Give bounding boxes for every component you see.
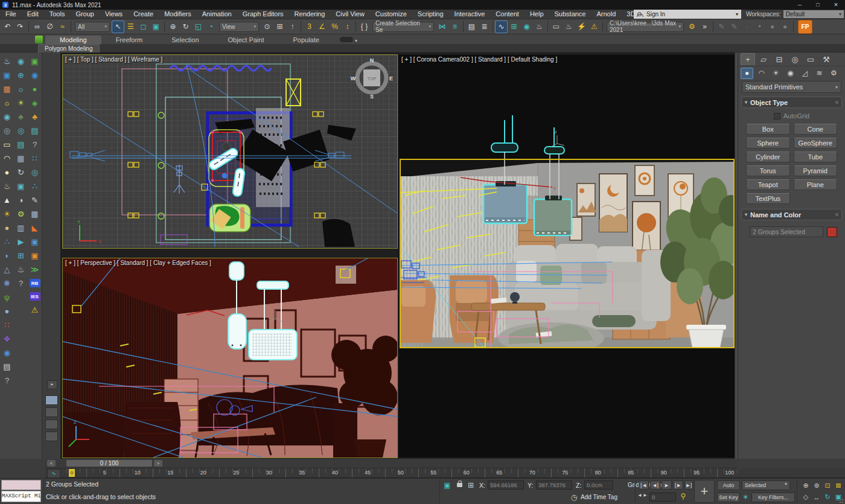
z-coordinate-field[interactable]: 0.0cm [584,480,613,490]
spinner-snap-button[interactable]: ↕ [341,21,354,33]
palette-icon[interactable]: ❖ [1,332,14,346]
keyboard-override-button[interactable]: ↑ [286,21,299,33]
modify-tab[interactable]: ▱ [756,53,771,65]
projector-camera-icon[interactable]: ◎ [1,124,14,138]
slope-orange-icon[interactable]: ◣ [28,221,42,235]
layout-expander-button[interactable]: ► [47,380,57,389]
corona-teapot-icon[interactable]: ♨ [1,54,14,68]
menu-item[interactable]: Tools [44,10,71,19]
viewport-perspective[interactable]: [ + ] [ Perspective ] [ Standard ] [ Cla… [62,258,398,458]
time-slider-next-button[interactable]: > [154,460,162,467]
sun-light-icon[interactable]: ☀ [1,207,14,221]
zoom-icon[interactable]: ⊕ [800,480,811,491]
time-slider-prev-button[interactable]: < [47,460,56,467]
project-folder-dropdown[interactable]: C:\Users\kree...\3ds Max 2021▾ [607,22,684,32]
angle-snap-button[interactable]: ∠ [316,21,328,33]
fp-plugin-button[interactable]: FP [798,20,812,34]
create-tab[interactable]: + [741,53,755,65]
scatter-2-icon[interactable]: ∴ [28,179,42,193]
next-frame-button[interactable]: |► [673,480,683,490]
ribbon-tab-selection[interactable]: Selection [157,36,213,44]
menu-item[interactable]: Content [490,10,525,19]
quad-view-icon[interactable]: ⊞ [14,249,28,263]
corona-frame-buffer-icon[interactable]: ▣ [1,68,14,82]
selection-filter-dropdown[interactable]: All▾ [75,22,110,32]
object-type-button[interactable]: GeoSphere [794,138,838,148]
schematic-view-button[interactable]: ⊞ [508,21,520,33]
set-key-button[interactable]: Set Key [717,493,740,502]
viewport-perspective-label[interactable]: [ + ] [ Perspective ] [ Standard ] [ Cla… [65,260,211,266]
key-filters-button[interactable]: Key Filters... [751,493,795,502]
teapot-object-icon[interactable]: ♨ [1,179,14,193]
maxscript-mini-listener-input[interactable]: MAXScript Mi [1,491,41,502]
object-type-button[interactable]: Tube [794,152,838,162]
rendered-image-icon[interactable]: ▦ [1,82,14,96]
named-selection-sets-button[interactable]: { } [358,21,371,33]
object-type-button[interactable]: Box [746,124,790,135]
previous-frame-button[interactable]: ◄| [650,480,660,490]
object-type-button[interactable]: Cylinder [746,152,790,162]
zoom-all-icon[interactable]: ⊛ [811,480,822,491]
x-coordinate-field[interactable]: 594.66186 [488,480,524,490]
current-frame-field[interactable]: 0 [649,493,676,502]
undo-icon[interactable]: ↶ [1,21,14,33]
select-material-icon[interactable]: ◉ [1,346,14,360]
select-scale-button[interactable]: ◱ [192,21,205,33]
viewport-layout-tab-1[interactable] [45,395,58,405]
viewport-camera[interactable]: [ + ] [ Corona Camera002 ] [ Standard ] … [398,54,735,457]
menu-item[interactable]: Arnold [591,10,621,19]
isolate-selection-icon[interactable]: ▣ [442,481,452,490]
layer-manager-button[interactable]: ▤ [465,21,478,33]
rendered-frame-window-button[interactable]: ▭ [550,21,563,33]
ies-icon[interactable]: IES [30,292,40,301]
triangle-helper-icon[interactable]: △ [1,263,14,276]
help-2-icon[interactable]: ? [28,138,42,152]
menu-item[interactable]: Animation [197,10,237,19]
zoom-extents-icon[interactable]: ⊡ [822,480,833,491]
bulb-gear-icon[interactable]: ⚙ [14,207,28,221]
window-crossing-button[interactable]: ▣ [150,21,162,33]
time-tag-icon[interactable]: ◷ [570,493,578,502]
sign-in-button[interactable]: Sign In ▾ [634,10,741,19]
hierarchy-tab[interactable]: ⊟ [772,53,786,65]
camera-pair-icon[interactable]: ◉ [14,54,28,68]
viewport-layout-tab-4[interactable] [45,432,58,441]
render-iterative-button[interactable]: ⚡ [575,21,588,33]
help-circle-icon[interactable]: ? [14,276,28,290]
key-mode-toggle-icon[interactable]: ⚲ [678,492,688,500]
clipboard-icon[interactable]: ▤ [1,360,14,374]
pan-icon[interactable]: ↔ [811,491,822,503]
shapes-category-icon[interactable]: ◠ [755,68,768,79]
bind-spacewarp-icon[interactable]: ≈ [56,21,69,33]
field-of-view-icon[interactable]: ◇ [800,491,811,503]
zoom-extents-all-icon[interactable]: ⊠ [833,480,844,491]
object-type-header[interactable]: ▾ Object Type [741,97,842,108]
reference-coordinate-dropdown[interactable]: View▾ [219,22,259,32]
motion-tab[interactable]: ◎ [788,53,802,65]
corona-sync-icon[interactable]: ◉ [28,68,42,82]
sphere-object-icon[interactable]: ● [1,221,14,235]
menu-item[interactable]: Edit [22,10,44,19]
go-to-start-button[interactable]: |◄ [639,480,649,490]
object-type-button[interactable]: Torus [746,165,790,176]
geometry-category-icon[interactable]: ● [741,68,753,79]
object-type-button[interactable]: Plane [794,179,838,190]
select-object-button[interactable]: ↖ [112,21,124,33]
pine-tree-icon[interactable]: ♣ [14,110,28,124]
light-bulb-icon[interactable]: ☼ [14,82,28,96]
viewport-camera-label[interactable]: [ + ] [ Corona Camera002 ] [ Standard ] … [401,56,557,63]
mini-curve-editor-icon[interactable]: ∿ [47,469,60,478]
utilities-tab[interactable]: ⚒ [819,53,834,65]
set-key-mode-icon[interactable]: ∗ [741,493,750,501]
resize-grip[interactable] [839,499,844,503]
selection-lock-icon[interactable] [457,483,462,487]
menu-item[interactable]: Rendering [289,10,331,19]
material-editor-button[interactable]: ◉ [520,21,533,33]
mask-icon[interactable]: ◑ [14,193,28,207]
menu-item[interactable]: Substance [549,10,592,19]
ribbon-minimize-icon[interactable] [340,37,353,42]
rectangular-selection-region-button[interactable]: ◻ [137,21,150,33]
light-panel-icon[interactable]: ☼ [1,96,14,110]
viewport-top-label[interactable]: [ + ] [ Top ] [ Standard ] [ Wireframe ] [65,56,162,63]
layers-stack-icon[interactable]: ▥ [14,221,28,235]
